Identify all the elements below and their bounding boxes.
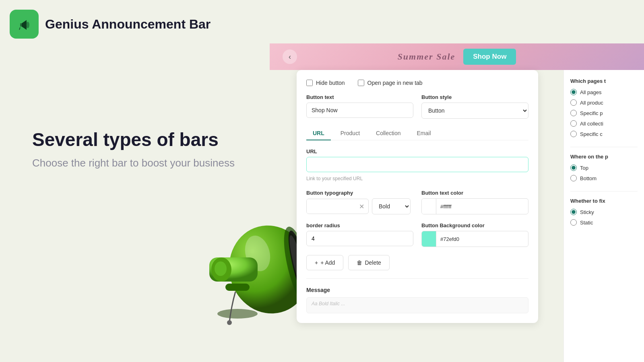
radio-all-pages-input[interactable] [570,89,577,95]
checkbox-row: Hide button Open page in new tab [306,80,528,86]
radio-bottom[interactable]: Bottom [570,175,638,181]
radio-sticky-input[interactable] [570,209,577,215]
hide-button-label: Hide button [316,80,345,86]
open-new-tab-checkbox-item[interactable]: Open page in new tab [358,80,423,86]
open-new-tab-label: Open page in new tab [367,80,423,86]
app-title: Genius Announcement Bar [45,17,211,32]
message-toolbar: Aa Bold Italic ... [306,297,528,313]
app-logo [10,10,39,39]
radio-specific-collection[interactable]: Specific c [570,131,638,137]
position-radio-group: Top Bottom [570,165,638,181]
sticky-radio-group: Sticky Static [570,209,638,226]
action-buttons: + + Add 🗑 Delete [306,255,528,270]
message-toolbar-hint: Aa Bold Italic ... [312,301,345,306]
divider-2 [570,191,638,191]
button-bg-color-group: Button Background color #72efd0 [421,222,528,247]
url-label: URL [306,148,528,154]
radio-all-products-input[interactable] [570,99,577,106]
add-icon: + [315,259,318,266]
bar-back-button[interactable]: ‹ [283,49,297,64]
button-text-input[interactable]: Shop Now [306,103,413,118]
delete-button[interactable]: 🗑 Delete [348,255,389,270]
button-typography-group: Button typography ✕ Bold Regular Italic [306,190,413,214]
radio-all-products-label: All produc [580,100,603,106]
trash-icon: 🗑 [357,259,362,266]
radio-specific-page-label: Specific p [580,110,603,116]
svg-rect-9 [225,284,250,291]
radio-sticky[interactable]: Sticky [570,209,638,215]
radio-bottom-label: Bottom [580,175,597,181]
font-input-wrap: ✕ [306,199,369,214]
add-label: + Add [320,259,335,266]
radio-top-input[interactable] [570,165,577,171]
border-bg-row: border radius 4 Button Background color … [306,222,528,247]
radio-specific-collection-label: Specific c [580,131,603,137]
bg-color-input-group: #72efd0 [421,231,528,247]
svg-point-1 [26,22,29,28]
radio-top[interactable]: Top [570,165,638,171]
pages-radio-group: All pages All produc Specific p All coll… [570,89,638,137]
add-button[interactable]: + + Add [306,255,343,270]
button-style-group: Button style Button Link Outline [421,94,528,119]
button-style-label: Button style [421,94,528,100]
logo-icon [14,14,34,34]
radio-specific-collection-input[interactable] [570,131,577,137]
bar-announcement-text: Summer Sale [398,51,456,62]
radio-all-collections-label: All collecti [580,121,603,127]
radio-static[interactable]: Static [570,219,638,226]
hero-heading: Several types of bars [32,129,235,151]
hero-subheading: Choose the right bar to boost your busin… [32,156,235,170]
button-text-label: Button text [306,94,413,100]
radio-specific-page-input[interactable] [570,110,577,116]
border-radius-group: border radius 4 [306,222,413,246]
svg-point-7 [215,261,227,276]
font-style-select[interactable]: Bold Regular Italic [372,198,411,214]
bg-color-hex-input[interactable]: #72efd0 [436,233,528,245]
sticky-section-title: Whether to fix [570,198,638,204]
right-panel: Which pages t All pages All produc Speci… [564,70,644,362]
radio-bottom-input[interactable] [570,175,577,181]
bar-cta-button[interactable]: Shop Now [463,49,516,65]
config-panel: Hide button Open page in new tab Button … [297,70,538,323]
button-style-select[interactable]: Button Link Outline [421,103,528,119]
message-section: Message Aa Bold Italic ... [306,278,528,313]
svg-point-13 [227,320,232,325]
radio-static-label: Static [580,220,593,226]
text-color-hex-input[interactable]: #ffffff [436,200,528,213]
radio-specific-page[interactable]: Specific p [570,110,638,116]
tab-collection[interactable]: Collection [369,127,407,140]
radio-all-pages[interactable]: All pages [570,89,638,95]
megaphone-svg [177,205,314,342]
hide-button-checkbox-item[interactable]: Hide button [306,80,345,86]
font-name-input[interactable] [307,199,355,214]
hero-section: Several types of bars Choose the right b… [32,129,235,171]
message-label: Message [306,287,528,293]
url-type-tabs: URL Product Collection Email [306,127,528,140]
button-typography-label: Button typography [306,190,413,196]
url-input[interactable] [306,157,528,172]
position-section-title: Where on the p [570,154,638,160]
border-radius-label: border radius [306,222,413,228]
delete-label: Delete [365,259,381,266]
radio-all-products[interactable]: All produc [570,99,638,106]
radio-sticky-label: Sticky [580,209,594,215]
tab-url[interactable]: URL [306,127,331,140]
border-radius-input[interactable]: 4 [306,231,413,246]
radio-static-input[interactable] [570,219,577,226]
announcement-bar-preview: ‹ Summer Sale Shop Now [270,43,644,70]
font-clear-button[interactable]: ✕ [355,200,368,214]
megaphone-illustration [177,205,314,342]
hide-button-checkbox[interactable] [306,80,313,86]
radio-all-collections-input[interactable] [570,120,577,127]
url-section: URL Link to your specified URL [306,148,528,182]
button-text-group: Button text Shop Now [306,94,413,119]
text-color-swatch[interactable] [422,199,436,214]
button-text-color-group: Button text color #ffffff [421,190,528,214]
url-hint: Link to your specified URL [306,176,363,181]
radio-all-collections[interactable]: All collecti [570,120,638,127]
button-text-style-row: Button text Shop Now Button style Button… [306,94,528,119]
open-new-tab-checkbox[interactable] [358,80,364,86]
bg-color-swatch[interactable] [422,231,436,247]
tab-email[interactable]: Email [411,127,438,140]
tab-product[interactable]: Product [334,127,366,140]
